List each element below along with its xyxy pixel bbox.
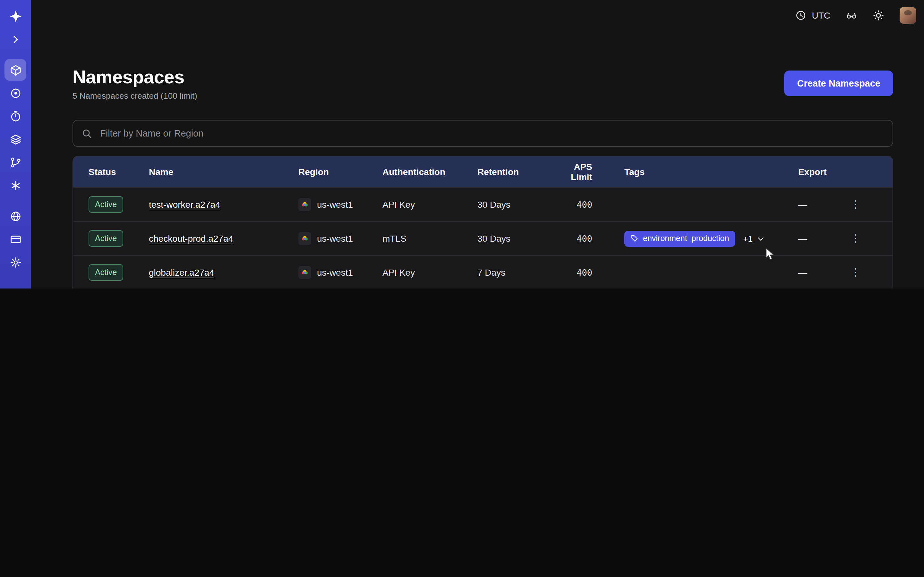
column-header-status: Status — [89, 167, 149, 177]
sidebar-expand-chevron-icon[interactable] — [5, 28, 26, 50]
table-row: Active test-worker.a27a4 us-west1 API Ke… — [73, 187, 893, 221]
tag-key: environment — [643, 234, 687, 243]
search-icon — [81, 128, 92, 139]
region-label: us-west1 — [317, 199, 353, 210]
namespace-link[interactable]: globalizer.a27a4 — [149, 268, 214, 277]
status-badge: Active — [89, 230, 123, 247]
nav-icon-nexus[interactable] — [5, 174, 26, 196]
theme-toggle-button[interactable] — [873, 10, 884, 21]
table-header-row: Status Name Region Authentication Retent… — [73, 156, 893, 187]
retention-value: 30 Days — [477, 199, 551, 210]
retention-value: 30 Days — [477, 234, 551, 243]
aps-limit-value: 400 — [551, 268, 624, 277]
authentication-value: API Key — [383, 199, 477, 210]
table-row: Active checkout-prod.a27a4 us-west1 mTLS… — [73, 221, 893, 255]
export-value: — — [798, 199, 846, 210]
tag-pill[interactable]: environment production — [624, 230, 735, 247]
timezone-button[interactable]: UTC — [795, 10, 830, 21]
clock-icon — [795, 10, 806, 21]
glasses-icon — [846, 10, 857, 21]
labs-glasses-button[interactable] — [846, 10, 857, 21]
tag-value: production — [692, 234, 729, 243]
create-namespace-button[interactable]: Create Namespace — [784, 71, 893, 96]
authentication-value: mTLS — [383, 234, 477, 243]
region-label: us-west1 — [317, 234, 353, 243]
column-header-name: Name — [149, 167, 298, 177]
retention-value: 7 Days — [477, 268, 551, 277]
authentication-value: API Key — [383, 268, 477, 277]
nav-icon-billing[interactable] — [5, 228, 26, 250]
nav-icon-schedules[interactable] — [5, 105, 26, 127]
page-subtitle: 5 Namespaces created (100 limit) — [73, 91, 197, 101]
namespaces-table: Status Name Region Authentication Retent… — [73, 156, 893, 288]
gcp-cloud-icon — [298, 198, 311, 211]
page-title: Namespaces — [73, 67, 197, 88]
nav-icon-workflows[interactable] — [5, 82, 26, 104]
namespaces-page: Namespaces 5 Namespaces created (100 lim… — [31, 31, 924, 288]
aps-limit-value: 400 — [551, 199, 624, 210]
column-header-retention: Retention — [477, 167, 551, 177]
gcp-cloud-icon — [298, 266, 311, 279]
tag-icon — [631, 235, 638, 242]
namespace-link[interactable]: checkout-prod.a27a4 — [149, 234, 233, 243]
column-header-aps-limit: APS Limit — [551, 161, 624, 182]
status-badge: Active — [89, 196, 123, 213]
column-header-tags: Tags — [624, 167, 798, 177]
user-avatar[interactable] — [900, 7, 916, 24]
column-header-authentication: Authentication — [383, 167, 477, 177]
tag-more-count: +1 — [743, 234, 753, 243]
gcp-cloud-icon — [298, 232, 311, 245]
timezone-label: UTC — [812, 10, 830, 21]
region-label: us-west1 — [317, 268, 353, 277]
filter-field — [73, 120, 893, 147]
row-menu-button[interactable]: ⋮ — [846, 229, 864, 247]
filter-input[interactable] — [99, 127, 884, 139]
table-row: Active globalizer.a27a4 us-west1 API Key… — [73, 255, 893, 288]
nav-icon-namespaces[interactable] — [5, 59, 26, 81]
nav-icon-deployments[interactable] — [5, 128, 26, 150]
temporal-logo-icon — [5, 5, 26, 27]
column-header-export: Export — [798, 167, 846, 177]
tags-expand-chevron-icon[interactable] — [756, 234, 766, 243]
nav-icon-support[interactable] — [5, 282, 26, 288]
row-menu-button[interactable]: ⋮ — [846, 263, 864, 282]
nav-icon-settings[interactable] — [5, 251, 26, 273]
app-window: $ 2.35.1 UTC — [0, 0, 924, 288]
export-value: — — [798, 234, 846, 243]
nav-icon-batch-operations[interactable] — [5, 151, 26, 173]
status-badge: Active — [89, 264, 123, 281]
sun-icon — [873, 10, 884, 21]
topbar: UTC — [31, 0, 924, 31]
namespace-link[interactable]: test-worker.a27a4 — [149, 199, 220, 210]
export-value: — — [798, 268, 846, 277]
aps-limit-value: 400 — [551, 234, 624, 243]
column-header-region: Region — [298, 167, 383, 177]
sidebar: $ 2.35.1 — [0, 0, 31, 288]
row-menu-button[interactable]: ⋮ — [846, 195, 864, 213]
nav-icon-cloud-regions[interactable] — [5, 205, 26, 227]
